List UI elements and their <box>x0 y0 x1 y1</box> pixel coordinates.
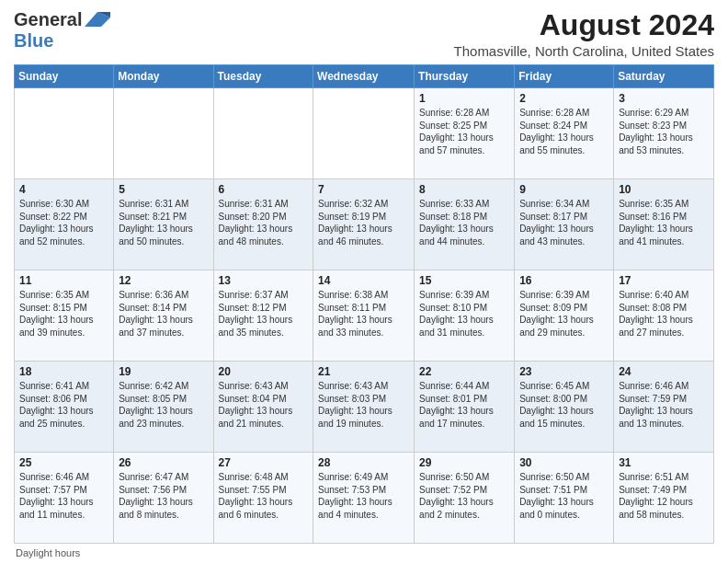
day-number: 16 <box>519 274 609 287</box>
day-number: 11 <box>19 274 108 287</box>
day-of-week-wednesday: Wednesday <box>313 65 415 88</box>
calendar-cell: 24Sunrise: 6:46 AMSunset: 7:59 PMDayligh… <box>614 362 714 453</box>
day-info: Sunrise: 6:28 AMSunset: 8:24 PMDaylight:… <box>519 107 609 156</box>
day-number: 31 <box>619 456 709 469</box>
day-info: Sunrise: 6:49 AMSunset: 7:53 PMDaylight:… <box>318 471 409 521</box>
day-number: 25 <box>19 456 108 469</box>
day-number: 2 <box>519 92 609 105</box>
calendar-table: SundayMondayTuesdayWednesdayThursdayFrid… <box>14 64 714 544</box>
day-number: 30 <box>519 456 609 469</box>
calendar-cell: 2Sunrise: 6:28 AMSunset: 8:24 PMDaylight… <box>515 88 614 179</box>
calendar-cell: 10Sunrise: 6:35 AMSunset: 8:16 PMDayligh… <box>614 179 714 270</box>
day-info: Sunrise: 6:44 AMSunset: 8:01 PMDaylight:… <box>419 380 509 430</box>
day-number: 14 <box>318 274 409 287</box>
day-number: 13 <box>219 274 309 287</box>
day-info: Sunrise: 6:28 AMSunset: 8:25 PMDaylight:… <box>419 107 509 156</box>
logo-general: General <box>14 9 82 30</box>
day-number: 17 <box>619 274 709 287</box>
day-number: 1 <box>419 92 509 105</box>
day-info: Sunrise: 6:48 AMSunset: 7:55 PMDaylight:… <box>219 471 309 521</box>
calendar-cell: 8Sunrise: 6:33 AMSunset: 8:18 PMDaylight… <box>415 179 515 270</box>
day-number: 8 <box>419 183 509 196</box>
calendar-cell: 14Sunrise: 6:38 AMSunset: 8:11 PMDayligh… <box>313 270 415 362</box>
day-number: 18 <box>19 365 108 378</box>
calendar-cell: 15Sunrise: 6:39 AMSunset: 8:10 PMDayligh… <box>415 270 515 362</box>
day-info: Sunrise: 6:32 AMSunset: 8:19 PMDaylight:… <box>318 198 409 247</box>
day-number: 29 <box>419 456 509 469</box>
day-info: Sunrise: 6:46 AMSunset: 7:57 PMDaylight:… <box>19 471 108 521</box>
day-number: 26 <box>119 456 208 469</box>
day-number: 5 <box>119 183 208 196</box>
calendar-cell: 26Sunrise: 6:47 AMSunset: 7:56 PMDayligh… <box>114 453 213 544</box>
day-number: 6 <box>219 183 309 196</box>
day-info: Sunrise: 6:45 AMSunset: 8:00 PMDaylight:… <box>519 380 609 430</box>
day-info: Sunrise: 6:43 AMSunset: 8:04 PMDaylight:… <box>219 380 309 430</box>
calendar-cell <box>15 88 114 179</box>
calendar-cell: 7Sunrise: 6:32 AMSunset: 8:19 PMDaylight… <box>313 179 415 270</box>
header: General Blue August 2024 Thomasville, No… <box>14 9 714 59</box>
day-info: Sunrise: 6:42 AMSunset: 8:05 PMDaylight:… <box>119 380 208 430</box>
day-number: 7 <box>318 183 409 196</box>
logo-icon <box>85 10 110 29</box>
day-info: Sunrise: 6:50 AMSunset: 7:51 PMDaylight:… <box>519 471 609 521</box>
subtitle: Thomasville, North Carolina, United Stat… <box>454 43 714 59</box>
calendar-cell: 20Sunrise: 6:43 AMSunset: 8:04 PMDayligh… <box>213 362 313 453</box>
calendar-cell <box>313 88 415 179</box>
logo-blue: Blue <box>14 30 53 51</box>
day-info: Sunrise: 6:40 AMSunset: 8:08 PMDaylight:… <box>619 289 709 339</box>
day-number: 28 <box>318 456 409 469</box>
day-of-week-saturday: Saturday <box>614 65 714 88</box>
day-info: Sunrise: 6:36 AMSunset: 8:14 PMDaylight:… <box>119 289 208 339</box>
day-info: Sunrise: 6:39 AMSunset: 8:10 PMDaylight:… <box>419 289 509 339</box>
day-info: Sunrise: 6:41 AMSunset: 8:06 PMDaylight:… <box>19 380 108 430</box>
day-info: Sunrise: 6:35 AMSunset: 8:16 PMDaylight:… <box>619 198 709 247</box>
calendar-cell: 18Sunrise: 6:41 AMSunset: 8:06 PMDayligh… <box>15 362 114 453</box>
calendar-week-row: 18Sunrise: 6:41 AMSunset: 8:06 PMDayligh… <box>15 362 714 453</box>
day-info: Sunrise: 6:50 AMSunset: 7:52 PMDaylight:… <box>419 471 509 521</box>
day-of-week-sunday: Sunday <box>15 65 114 88</box>
day-number: 3 <box>619 92 709 105</box>
day-info: Sunrise: 6:37 AMSunset: 8:12 PMDaylight:… <box>219 289 309 339</box>
day-info: Sunrise: 6:39 AMSunset: 8:09 PMDaylight:… <box>519 289 609 339</box>
day-info: Sunrise: 6:30 AMSunset: 8:22 PMDaylight:… <box>19 198 108 247</box>
calendar-cell: 13Sunrise: 6:37 AMSunset: 8:12 PMDayligh… <box>213 270 313 362</box>
day-number: 12 <box>119 274 208 287</box>
calendar-cell: 31Sunrise: 6:51 AMSunset: 7:49 PMDayligh… <box>614 453 714 544</box>
calendar-week-row: 11Sunrise: 6:35 AMSunset: 8:15 PMDayligh… <box>15 270 714 362</box>
calendar-week-row: 4Sunrise: 6:30 AMSunset: 8:22 PMDaylight… <box>15 179 714 270</box>
calendar-cell: 22Sunrise: 6:44 AMSunset: 8:01 PMDayligh… <box>415 362 515 453</box>
page: General Blue August 2024 Thomasville, No… <box>0 0 728 563</box>
day-of-week-thursday: Thursday <box>415 65 515 88</box>
day-info: Sunrise: 6:34 AMSunset: 8:17 PMDaylight:… <box>519 198 609 247</box>
day-info: Sunrise: 6:35 AMSunset: 8:15 PMDaylight:… <box>19 289 108 339</box>
day-number: 20 <box>219 365 309 378</box>
day-info: Sunrise: 6:31 AMSunset: 8:20 PMDaylight:… <box>219 198 309 247</box>
calendar-cell: 28Sunrise: 6:49 AMSunset: 7:53 PMDayligh… <box>313 453 415 544</box>
calendar-cell: 30Sunrise: 6:50 AMSunset: 7:51 PMDayligh… <box>515 453 614 544</box>
day-number: 22 <box>419 365 509 378</box>
calendar-cell: 29Sunrise: 6:50 AMSunset: 7:52 PMDayligh… <box>415 453 515 544</box>
day-info: Sunrise: 6:46 AMSunset: 7:59 PMDaylight:… <box>619 380 709 430</box>
day-info: Sunrise: 6:33 AMSunset: 8:18 PMDaylight:… <box>419 198 509 247</box>
calendar-cell: 9Sunrise: 6:34 AMSunset: 8:17 PMDaylight… <box>515 179 614 270</box>
logo: General Blue <box>14 9 110 52</box>
calendar-cell <box>213 88 313 179</box>
calendar-header-row: SundayMondayTuesdayWednesdayThursdayFrid… <box>15 65 714 88</box>
calendar-cell: 4Sunrise: 6:30 AMSunset: 8:22 PMDaylight… <box>15 179 114 270</box>
day-of-week-monday: Monday <box>114 65 213 88</box>
calendar-week-row: 25Sunrise: 6:46 AMSunset: 7:57 PMDayligh… <box>15 453 714 544</box>
day-number: 21 <box>318 365 409 378</box>
day-number: 9 <box>519 183 609 196</box>
day-number: 4 <box>19 183 108 196</box>
calendar-cell: 19Sunrise: 6:42 AMSunset: 8:05 PMDayligh… <box>114 362 213 453</box>
day-number: 19 <box>119 365 208 378</box>
calendar-cell: 27Sunrise: 6:48 AMSunset: 7:55 PMDayligh… <box>213 453 313 544</box>
calendar-cell: 6Sunrise: 6:31 AMSunset: 8:20 PMDaylight… <box>213 179 313 270</box>
calendar-cell: 25Sunrise: 6:46 AMSunset: 7:57 PMDayligh… <box>15 453 114 544</box>
footer: Daylight hours <box>14 547 714 558</box>
calendar-week-row: 1Sunrise: 6:28 AMSunset: 8:25 PMDaylight… <box>15 88 714 179</box>
calendar-cell: 1Sunrise: 6:28 AMSunset: 8:25 PMDaylight… <box>415 88 515 179</box>
calendar-cell: 5Sunrise: 6:31 AMSunset: 8:21 PMDaylight… <box>114 179 213 270</box>
title-block: August 2024 Thomasville, North Carolina,… <box>454 9 714 59</box>
day-number: 23 <box>519 365 609 378</box>
